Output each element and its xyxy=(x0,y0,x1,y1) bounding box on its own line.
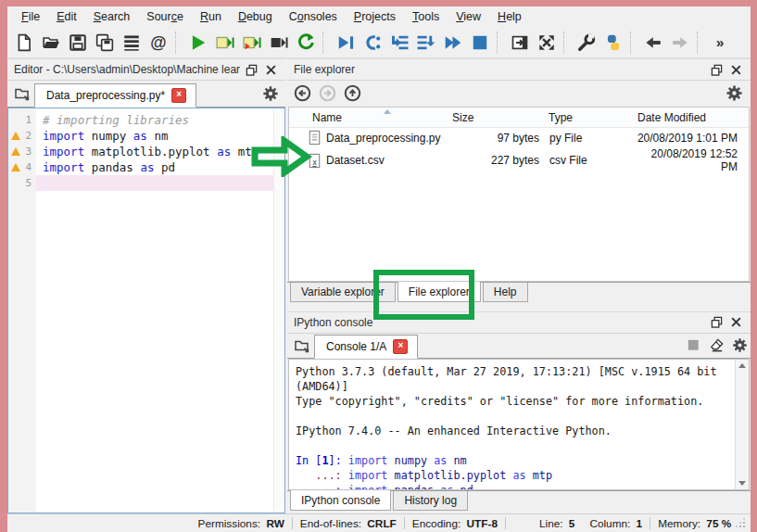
more-toolbars-button[interactable]: » xyxy=(707,30,732,55)
console-scrollbar[interactable] xyxy=(735,360,749,489)
menu-projects[interactable]: Projects xyxy=(346,8,404,25)
menu-debug[interactable]: Debug xyxy=(230,8,281,25)
code-line-3[interactable]: import matplotlib.pyplot as mtp xyxy=(36,144,273,159)
menu-edit[interactable]: Edit xyxy=(48,8,85,25)
debug-file-button[interactable] xyxy=(333,30,358,55)
console-output[interactable]: Python 3.7.3 (default, Mar 27 2019, 17:1… xyxy=(288,359,750,490)
float-pane-icon[interactable] xyxy=(244,63,259,77)
console-options-gear-icon[interactable] xyxy=(732,337,748,353)
maximize-current-pane-button[interactable] xyxy=(507,30,532,55)
run-selection-button[interactable] xyxy=(293,30,318,55)
save-file-button[interactable] xyxy=(65,30,90,55)
browse-tabs-icon[interactable] xyxy=(10,82,34,105)
file-table-header[interactable]: Name Size Type Date Modified xyxy=(289,108,749,128)
menu-consoles[interactable]: Consoles xyxy=(281,8,346,25)
editor-tab[interactable]: Data_preprocessing.py* xyxy=(34,83,196,108)
preferences-button[interactable] xyxy=(574,30,599,55)
file-row-data_preprocessing.py[interactable]: Data_preprocessing.py97 bytespy File20/0… xyxy=(289,128,749,147)
menu-search[interactable]: Search xyxy=(85,8,139,25)
column-size[interactable]: Size xyxy=(448,111,545,124)
tab-file-explorer[interactable]: File explorer xyxy=(397,282,481,302)
fullscreen-mode-button[interactable] xyxy=(534,30,559,55)
explorer-dock-tabs: Variable explorerFile explorerHelp xyxy=(287,282,751,305)
run-cell-and-advance-button[interactable] xyxy=(239,30,264,55)
close-console-icon[interactable] xyxy=(393,339,408,354)
tab-variable-explorer[interactable]: Variable explorer xyxy=(290,283,396,302)
new-file-button[interactable] xyxy=(11,30,36,55)
editor-options-gear-icon[interactable] xyxy=(259,82,283,105)
re-run-cell-button[interactable] xyxy=(266,30,291,55)
scroll-up-icon[interactable] xyxy=(736,360,748,373)
python-path-manager-button[interactable] xyxy=(600,30,625,55)
remove-variables-eraser-icon[interactable] xyxy=(709,337,725,353)
menu-bar: FileEditSearchSourceRunDebugConsolesProj… xyxy=(7,6,751,27)
interrupt-kernel-icon[interactable] xyxy=(686,337,701,353)
menu-file[interactable]: File xyxy=(13,8,48,25)
open-file-button[interactable] xyxy=(38,30,63,55)
toolbar-separator xyxy=(630,32,636,54)
tab-ipython-console[interactable]: IPython console xyxy=(290,490,391,511)
tab-history-log[interactable]: History log xyxy=(393,491,468,511)
code-line-5[interactable] xyxy=(36,175,273,191)
code-line-2[interactable]: import numpy as nm xyxy=(36,128,273,144)
tab-help[interactable]: Help xyxy=(483,283,528,302)
menu-view[interactable]: View xyxy=(448,8,489,25)
file-row-dataset.csv[interactable]: xDataset.csv227 bytescsv File20/08/2019 … xyxy=(289,147,749,167)
scroll-down-icon[interactable] xyxy=(736,476,748,489)
app-window: FileEditSearchSourceRunDebugConsolesProj… xyxy=(7,6,751,532)
editor-scrollbar[interactable] xyxy=(273,108,284,513)
console-tab[interactable]: Console 1/A xyxy=(314,335,418,359)
step-over-button[interactable] xyxy=(360,30,385,55)
close-pane-icon[interactable] xyxy=(728,315,744,329)
status-separator xyxy=(505,517,506,529)
code-line-4[interactable]: import pandas as pd xyxy=(36,159,273,175)
toolbar-separator xyxy=(697,32,702,54)
resize-grip-icon[interactable] xyxy=(738,518,746,529)
pane-splitter[interactable] xyxy=(287,305,751,311)
file-switcher-button[interactable] xyxy=(119,30,144,55)
find-symbols-button[interactable]: @ xyxy=(145,30,170,55)
close-pane-icon[interactable] xyxy=(728,63,744,77)
warning-icon xyxy=(11,147,20,156)
code-lines[interactable]: # importing librariesimport numpy as nmi… xyxy=(36,108,273,513)
menu-tools[interactable]: Tools xyxy=(404,8,448,25)
step-into-button[interactable] xyxy=(386,30,411,55)
file-size: 227 bytes xyxy=(448,154,545,167)
browse-tabs-icon[interactable] xyxy=(290,335,314,357)
menu-run[interactable]: Run xyxy=(192,8,230,25)
column-name[interactable]: Name xyxy=(289,111,448,124)
column-date-modified[interactable]: Date Modified xyxy=(636,111,749,124)
save-all-button[interactable] xyxy=(92,30,117,55)
explorer-options-gear-icon[interactable] xyxy=(725,84,744,103)
parent-directory-icon[interactable] xyxy=(344,84,362,103)
back-button[interactable] xyxy=(640,30,665,55)
step-return-icon xyxy=(417,33,435,52)
float-pane-icon[interactable] xyxy=(709,315,725,329)
float-pane-icon[interactable] xyxy=(709,63,725,77)
editor-title-text: Editor - C:\Users\admin\Desktop\Machine … xyxy=(14,63,240,76)
sort-ascending-icon xyxy=(384,109,391,114)
editor-pane: Editor - C:\Users\admin\Desktop\Machine … xyxy=(7,58,285,513)
gutter-line-4: 4 xyxy=(8,159,36,175)
close-pane-icon[interactable] xyxy=(263,63,279,77)
forward-button[interactable] xyxy=(667,30,692,55)
run-file-button[interactable] xyxy=(185,30,210,55)
close-tab-icon[interactable] xyxy=(171,88,186,103)
re-run-cell-icon xyxy=(270,33,288,52)
column-type[interactable]: Type xyxy=(545,111,636,124)
menu-help[interactable]: Help xyxy=(489,8,530,25)
main-area: Editor - C:\Users\admin\Desktop\Machine … xyxy=(7,58,751,513)
run-cell-button[interactable] xyxy=(212,30,237,55)
console-title-text: IPython console xyxy=(294,316,705,329)
continue-execution-button[interactable] xyxy=(440,30,465,55)
code-line-1[interactable]: # importing libraries xyxy=(36,112,273,128)
console-text[interactable]: Python 3.7.3 (default, Mar 27 2019, 17:1… xyxy=(289,360,735,489)
step-return-button[interactable] xyxy=(413,30,438,55)
forward-icon[interactable] xyxy=(319,84,337,103)
back-icon[interactable] xyxy=(294,84,312,103)
stop-debugging-button[interactable] xyxy=(467,30,492,55)
stop-debugging-icon xyxy=(471,33,489,52)
menu-source[interactable]: Source xyxy=(138,8,192,25)
file-switcher-icon xyxy=(122,33,141,52)
code-editor[interactable]: 12345 # importing librariesimport numpy … xyxy=(7,108,285,513)
